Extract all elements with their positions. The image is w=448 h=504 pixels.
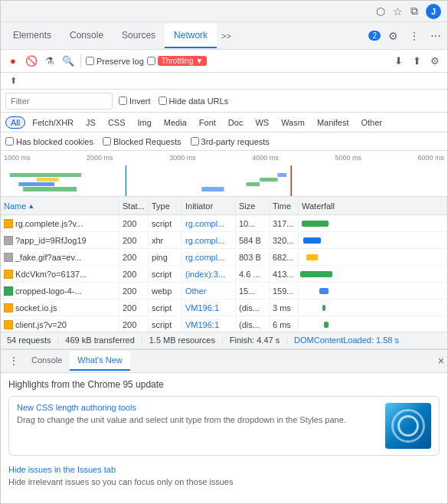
third-party-checkbox[interactable] — [191, 137, 199, 146]
initiator-link[interactable]: Other — [185, 286, 207, 296]
table-row[interactable]: socket.io.js 200 script VM196:1 (dis... … — [1, 299, 447, 316]
blocked-requests-label[interactable]: Blocked Requests — [103, 137, 181, 146]
waterfall-bar — [303, 237, 321, 244]
clear-button[interactable]: 🚫 — [24, 54, 39, 69]
tab-elements[interactable]: Elements — [4, 24, 60, 48]
table-row[interactable]: _fake.gif?aa=ev... 200 ping rg.compl... … — [1, 249, 447, 266]
bottom-tab-icons: × — [438, 355, 444, 367]
type-filter-font[interactable]: Font — [194, 116, 221, 129]
cell-initiator: rg.compl... — [182, 249, 236, 265]
tab-icons: 2 ⚙ ⋮ ⋯ — [365, 28, 444, 44]
initiator-link[interactable]: rg.compl... — [185, 253, 224, 262]
tab-network[interactable]: Network — [165, 24, 217, 48]
table-row[interactable]: KdcVkm?o=6137... 200 script (index):3...… — [1, 266, 447, 283]
timeline-label: 1000 ms — [4, 154, 31, 162]
cell-time: 159... — [270, 283, 299, 299]
waterfall-svg — [1, 165, 447, 196]
transferred-size: 469 kB transferred — [65, 335, 135, 345]
type-filter-media[interactable]: Media — [159, 116, 192, 129]
invert-checkbox[interactable] — [119, 97, 127, 105]
table-row[interactable]: ?app_id=9RfJog19 200 xhr rg.compl... 584… — [1, 232, 447, 249]
sep4: | — [286, 335, 288, 345]
timeline-labels: 1000 ms2000 ms3000 ms4000 ms5000 ms6000 … — [1, 154, 447, 162]
card-title-css[interactable]: New CSS length authoring tools — [17, 403, 379, 412]
header-time[interactable]: Time — [270, 197, 299, 214]
header-initiator[interactable]: Initiator — [182, 197, 236, 214]
resource-icon — [4, 253, 13, 262]
export-button[interactable]: ⬆ — [409, 54, 424, 69]
cell-initiator: (index):3... — [182, 266, 236, 282]
table-row[interactable]: rg.complete.js?v... 200 script rg.compl.… — [1, 215, 447, 232]
preserve-log-checkbox[interactable] — [86, 57, 94, 65]
initiator-link[interactable]: rg.compl... — [185, 219, 224, 228]
initiator-link[interactable]: (index):3... — [185, 270, 225, 279]
type-filter-ws[interactable]: WS — [250, 116, 274, 129]
import-button[interactable]: ⬇ — [391, 54, 406, 69]
resource-icon — [4, 303, 13, 313]
type-filter-all[interactable]: All — [5, 116, 25, 129]
cell-type: ping — [149, 249, 182, 265]
tab-console-bottom[interactable]: Console — [24, 351, 70, 371]
type-filter-css[interactable]: CSS — [103, 116, 131, 129]
download-har-button[interactable]: ⬆ — [5, 74, 21, 89]
has-blocked-cookies-checkbox[interactable] — [5, 137, 14, 146]
close-bottom-panel-button[interactable]: × — [438, 355, 444, 367]
screen-share-icon[interactable]: ⬡ — [376, 5, 385, 18]
third-party-label[interactable]: 3rd-party requests — [191, 137, 270, 146]
blocked-requests-checkbox[interactable] — [103, 137, 111, 146]
cell-status: 200 — [119, 249, 149, 265]
extensions-icon[interactable]: ⧉ — [410, 5, 418, 18]
settings-icon[interactable]: ⚙ — [385, 28, 401, 44]
initiator-link[interactable]: VM196:1 — [185, 320, 219, 329]
hide-data-urls-checkbox[interactable] — [159, 97, 167, 105]
devtools-window: ⬡ ☆ ⧉ J Elements Console Sources Network… — [0, 0, 448, 504]
resource-icon — [4, 320, 13, 329]
search-button[interactable]: 🔍 — [60, 54, 76, 69]
filter-input[interactable] — [5, 93, 113, 110]
waterfall-bar — [324, 322, 329, 328]
file-name: KdcVkm?o=6137... — [15, 270, 87, 279]
table-row[interactable]: cropped-logo-4-... 200 webp Other 15... … — [1, 283, 447, 299]
type-filter-js[interactable]: JS — [80, 116, 101, 129]
initiator-link[interactable]: VM196:1 — [185, 303, 219, 313]
file-name: client.js?v=20 — [15, 320, 67, 329]
disable-cache-checkbox[interactable] — [147, 57, 155, 65]
tab-console[interactable]: Console — [60, 24, 113, 48]
avatar[interactable]: J — [426, 4, 441, 19]
has-blocked-cookies-label[interactable]: Has blocked cookies — [5, 137, 93, 146]
tab-more[interactable]: >> — [217, 28, 236, 44]
type-filter-doc[interactable]: Doc — [223, 116, 249, 129]
cell-type: script — [149, 299, 182, 316]
preserve-log-label[interactable]: Preserve log — [86, 57, 144, 66]
disable-cache-label[interactable]: Throttling ▼ — [147, 56, 207, 66]
settings-button[interactable]: ⚙ — [427, 54, 443, 69]
header-type[interactable]: Type — [149, 197, 182, 214]
dock-icon[interactable]: ⋯ — [427, 28, 444, 44]
type-filter-manifest[interactable]: Manifest — [312, 116, 355, 129]
svg-rect-2 — [37, 178, 59, 182]
bookmark-icon[interactable]: ☆ — [393, 5, 403, 18]
cell-time: 6 ms — [270, 316, 299, 332]
header-status[interactable]: Stat... — [119, 197, 149, 214]
cell-time: 317... — [270, 215, 299, 231]
more-options-icon[interactable]: ⋮ — [406, 28, 423, 44]
type-filter-wasm[interactable]: Wasm — [276, 116, 310, 129]
tab-whats-new[interactable]: What's New — [70, 351, 129, 371]
filter-toggle-button[interactable]: ⚗ — [42, 54, 57, 69]
type-filter-img[interactable]: Img — [132, 116, 157, 129]
tab-sources[interactable]: Sources — [113, 24, 165, 48]
card-image-css — [385, 403, 431, 449]
type-filter-fetch_xhr[interactable]: Fetch/XHR — [27, 116, 79, 129]
throttle-dropdown[interactable]: Throttling ▼ — [158, 56, 207, 66]
card-title-issues[interactable]: Hide issues in the Issues tab — [8, 465, 440, 474]
type-filter-other[interactable]: Other — [355, 116, 388, 129]
initiator-link[interactable]: rg.compl... — [185, 236, 224, 245]
record-button[interactable]: ● — [5, 54, 21, 69]
table-row[interactable]: client.js?v=20 200 script VM196:1 (dis..… — [1, 316, 447, 332]
header-waterfall[interactable]: Waterfall — [299, 197, 447, 214]
bottom-menu-icon[interactable]: ⋮ — [4, 352, 24, 370]
header-name[interactable]: Name ▲ — [1, 197, 119, 214]
hide-data-urls-label[interactable]: Hide data URLs — [159, 97, 229, 106]
header-size[interactable]: Size — [236, 197, 270, 214]
invert-label[interactable]: Invert — [119, 97, 151, 106]
